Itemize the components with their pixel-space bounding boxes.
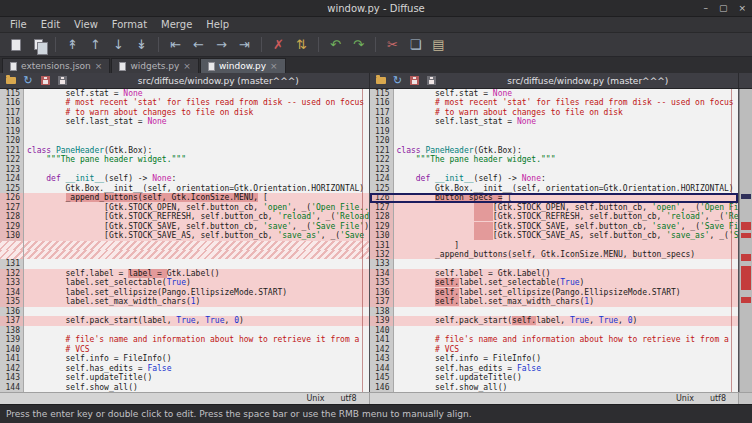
code-row[interactable]: 137 self.pack_start(label, True, True, 0…	[0, 316, 369, 325]
clear-edits-button[interactable]: ✗	[268, 35, 289, 55]
code-row[interactable]: 139 # file's name and information about …	[0, 335, 369, 344]
reload-file-button[interactable]: ↻	[391, 74, 405, 87]
pane-body[interactable]: 115 self.stat = None116 # most recent 's…	[370, 89, 739, 392]
tab-close-icon[interactable]: ×	[95, 62, 103, 71]
code-row[interactable]: 135 self.label.set_selectable(True)	[370, 278, 739, 287]
code-row[interactable]: 125 Gtk.Box.__init__(self, orientation=G…	[370, 184, 739, 193]
menu-file[interactable]: File	[3, 18, 34, 31]
code-row[interactable]: 118 self.last_stat = None	[370, 117, 739, 126]
save-file-button[interactable]	[38, 74, 52, 87]
menu-view[interactable]: View	[67, 18, 105, 31]
tab-widgets.py[interactable]: widgets.py×	[111, 58, 199, 73]
minimize-button[interactable]: –	[703, 4, 708, 13]
menu-edit[interactable]: Edit	[34, 18, 67, 31]
menu-help[interactable]: Help	[199, 18, 236, 31]
code-row[interactable]: 130 [Gtk.STOCK_SAVE_AS, self.button_cb, …	[370, 231, 739, 240]
code-row[interactable]: 130 [Gtk.STOCK_SAVE_AS, self.button_cb, …	[0, 231, 369, 240]
code-row[interactable]: 116 # most recent 'stat' for files read …	[0, 98, 369, 107]
code-row[interactable]: 121class PaneHeader(Gtk.Box):	[0, 146, 369, 155]
code-row[interactable]: 134 label.set_ellipsize(Pango.EllipsizeM…	[0, 288, 369, 297]
next-difference-button[interactable]: ↓	[108, 35, 129, 55]
code-row[interactable]: 115 self.stat = None	[0, 89, 369, 98]
tab-close-icon[interactable]: ×	[183, 62, 191, 71]
open-file-button[interactable]	[4, 74, 18, 87]
go-first-button[interactable]: ⇤	[165, 35, 186, 55]
code-row[interactable]: 116 # most recent 'stat' for files read …	[370, 98, 739, 107]
tab-close-icon[interactable]: ×	[270, 62, 278, 71]
code-row[interactable]: 119	[0, 127, 369, 136]
pane-body[interactable]: 115 self.stat = None116 # most recent 's…	[0, 89, 369, 392]
code-row[interactable]: 118 self.last_stat = None	[0, 117, 369, 126]
go-next-button[interactable]: →	[211, 35, 232, 55]
previous-difference-button[interactable]: ↑	[85, 35, 106, 55]
maximize-button[interactable]: ▢	[719, 4, 728, 13]
code-row[interactable]: 129 [Gtk.STOCK_SAVE, self.button_cb, 'sa…	[0, 222, 369, 231]
first-difference-button[interactable]: ↟	[62, 35, 83, 55]
code-row[interactable]: 146 self.show_all()	[370, 383, 739, 392]
code-row[interactable]: 139 self.pack_start(self.label, True, Tr…	[370, 316, 739, 325]
code-row[interactable]: 138	[370, 307, 739, 316]
cut-button[interactable]: ✂	[382, 35, 403, 55]
code-row[interactable]: 143 self.info = FileInfo()	[370, 354, 739, 363]
diff-map[interactable]	[739, 89, 752, 392]
code-row[interactable]: 132 self.label = label = Gtk.Label()	[0, 269, 369, 278]
go-previous-button[interactable]: ←	[188, 35, 209, 55]
save-file-as-button[interactable]	[55, 74, 69, 87]
code-row[interactable]: 131 ]	[370, 241, 739, 250]
code-row[interactable]: 140 # VCS	[0, 345, 369, 354]
code-row[interactable]: 125 Gtk.Box.__init__(self, orientation=G…	[0, 184, 369, 193]
code-row[interactable]: 136 self.label.set_ellipsize(Pango.Ellip…	[370, 288, 739, 297]
code-row[interactable]: 140	[370, 326, 739, 335]
code-row[interactable]: 115 self.stat = None	[370, 89, 739, 98]
code-row[interactable]: 144 self.show_all()	[0, 383, 369, 392]
code-row[interactable]: 134 self.label = Gtk.Label()	[370, 269, 739, 278]
code-row[interactable]: 141 self.info = FileInfo()	[0, 354, 369, 363]
new-file-button[interactable]	[5, 35, 26, 55]
code-row[interactable]: 124 def __init__(self) -> None:	[370, 174, 739, 183]
left-pane[interactable]: 115 self.stat = None116 # most recent 's…	[0, 89, 370, 392]
code-row[interactable]: 135 label.set_max_width_chars(1)	[0, 297, 369, 306]
code-row[interactable]: 121class PaneHeader(Gtk.Box):	[370, 146, 739, 155]
paste-button[interactable]: ▤	[428, 35, 449, 55]
save-file-as-button[interactable]	[425, 74, 439, 87]
code-row[interactable]: 133	[370, 259, 739, 268]
code-row[interactable]: 132 _append_buttons(self, Gtk.IconSize.M…	[370, 250, 739, 259]
last-difference-button[interactable]: ↡	[131, 35, 152, 55]
code-row[interactable]: 133 label.set_selectable(True)	[0, 278, 369, 287]
right-pane[interactable]: 115 self.stat = None116 # most recent 's…	[370, 89, 740, 392]
code-row[interactable]: 127 [Gtk.STOCK_OPEN, self.button_cb, 'op…	[0, 203, 369, 212]
code-row[interactable]: 127 [Gtk.STOCK_OPEN, self.button_cb, 'op…	[370, 203, 739, 212]
code-row[interactable]: 122 """The pane header widget."""	[370, 155, 739, 164]
code-row[interactable]: 128 [Gtk.STOCK_REFRESH, self.button_cb, …	[0, 212, 369, 221]
code-row[interactable]: 145 self.updateTitle()	[370, 373, 739, 382]
code-row[interactable]: 141 # file's name and information about …	[370, 335, 739, 344]
code-row[interactable]: 128 [Gtk.STOCK_REFRESH, self.button_cb, …	[370, 212, 739, 221]
redo-button[interactable]: ↷	[348, 35, 369, 55]
reload-file-button[interactable]: ↻	[21, 74, 35, 87]
code-row[interactable]: 142 self.has_edits = False	[0, 364, 369, 373]
code-row[interactable]: 142 # VCS	[370, 345, 739, 354]
tab-window.py[interactable]: window.py×	[200, 58, 286, 73]
save-file-button[interactable]	[408, 74, 422, 87]
realign-button[interactable]: ⇅	[291, 35, 312, 55]
menu-format[interactable]: Format	[105, 18, 154, 31]
code-row[interactable]: 144 self.has_edits = False	[370, 364, 739, 373]
open-file-button[interactable]	[374, 74, 388, 87]
undo-button[interactable]: ↶	[325, 35, 346, 55]
go-last-button[interactable]: ⇥	[234, 35, 255, 55]
code-row[interactable]: 126 _append_buttons(self, Gtk.IconSize.M…	[0, 193, 369, 202]
code-row[interactable]: 126 button_specs = [	[370, 193, 739, 202]
code-row[interactable]: 120	[370, 136, 739, 145]
code-row[interactable]: 124 def __init__(self) -> None:	[0, 174, 369, 183]
copy-button[interactable]: ❏	[405, 35, 426, 55]
code-row[interactable]: 138	[0, 326, 369, 335]
code-row[interactable]: 117 # to warn about changes to file on d…	[370, 108, 739, 117]
tab-extensions.json[interactable]: extensions.json×	[2, 58, 110, 73]
code-row[interactable]: 143 self.updateTitle()	[0, 373, 369, 382]
code-row[interactable]: 122 """The pane header widget."""	[0, 155, 369, 164]
code-row[interactable]: 136	[0, 307, 369, 316]
code-row[interactable]: 123	[0, 165, 369, 174]
code-row[interactable]: 131	[0, 259, 369, 268]
code-row[interactable]: 120	[0, 136, 369, 145]
code-row[interactable]: 123	[370, 165, 739, 174]
